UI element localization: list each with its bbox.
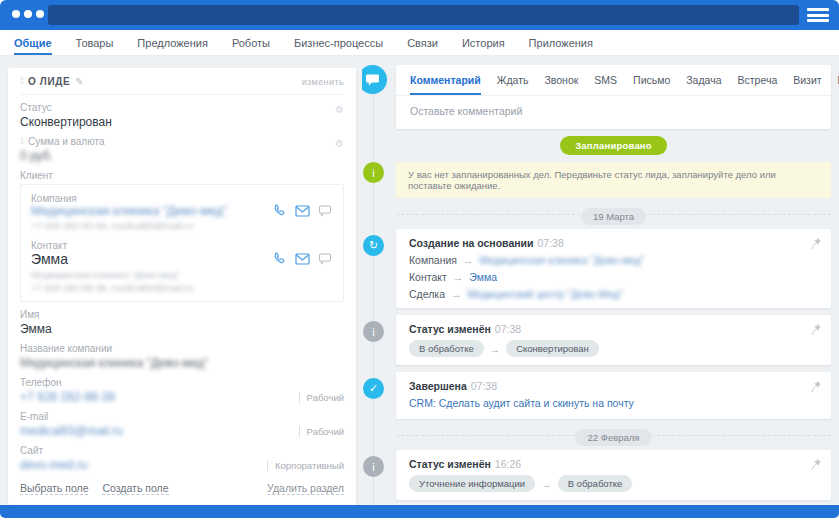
phone-value[interactable]: +7 928 282-88-38	[20, 390, 115, 404]
gear-icon[interactable]: ⚙	[335, 104, 344, 115]
contact-label: Контакт	[31, 240, 333, 251]
status-badge: В обработке	[409, 340, 484, 357]
delete-section-link[interactable]: Удалить раздел	[267, 482, 344, 495]
task-link[interactable]: CRM: Сделать аудит сайта и скинуть на по…	[409, 397, 634, 409]
arrow-icon: →	[463, 254, 474, 266]
tab-robots[interactable]: Роботы	[232, 30, 270, 55]
title-bar	[0, 0, 839, 30]
site-value[interactable]: devo-med.ru	[20, 458, 87, 472]
info-icon: i	[363, 456, 384, 477]
tab-business-processes[interactable]: Бизнес-процессы	[294, 30, 383, 55]
timeline-panel: Комментарий Ждать Звонок SMS Письмо Зада…	[362, 56, 839, 505]
company-contacts: +7 928 282-00-00, medical93@mail.ru	[31, 220, 333, 231]
lead-details-panel: ⁞⁞ О ЛИДЕ ✎ изменить Статус Сконвертиров…	[0, 56, 362, 505]
pin-icon[interactable]	[811, 237, 822, 250]
tab-history[interactable]: История	[462, 30, 505, 55]
status-badge: Уточнение информации	[409, 475, 535, 492]
select-field-link[interactable]: Выбрать поле	[20, 482, 88, 495]
email-type: Рабочий	[299, 426, 344, 437]
comment-input[interactable]	[396, 96, 831, 129]
email-icon[interactable]	[295, 205, 310, 217]
phone-icon[interactable]	[272, 252, 286, 266]
timeline-entry-creation: ↻ Создание на основании07:38 Компания→Ме…	[396, 229, 831, 308]
edit-pencil-icon[interactable]: ✎	[75, 76, 83, 87]
company-label: Компания	[31, 193, 333, 204]
entry-time: 07:38	[495, 323, 521, 335]
status-field: Статус Сконвертирован ⚙	[20, 102, 344, 129]
tab-comment[interactable]: Комментарий	[410, 74, 481, 95]
tab-visit[interactable]: Визит	[793, 74, 821, 95]
address-bar[interactable]	[48, 5, 799, 25]
tab-email[interactable]: Письмо	[633, 74, 670, 95]
timeline-entry-task-completed: ✓ Завершена07:38 CRM: Сделать аудит сайт…	[396, 372, 831, 419]
date-separator: 22 Февраля	[575, 429, 651, 446]
phone-type: Рабочий	[299, 392, 344, 403]
tab-sms[interactable]: SMS	[594, 74, 617, 95]
contact-company: Медицинская клиника "Дево-мед"	[31, 269, 333, 280]
status-badge: В обработке	[558, 475, 633, 492]
contact-contacts: +7 928 282-88-38, medical93@mail.ru	[31, 282, 333, 293]
notice-text: У вас нет запланированных дел. Передвинь…	[408, 169, 776, 191]
activity-composer: Комментарий Ждать Звонок SMS Письмо Зада…	[396, 65, 831, 129]
name-value[interactable]: Эмма	[20, 322, 344, 336]
info-icon: i	[363, 162, 384, 183]
menu-icon[interactable]	[807, 8, 829, 22]
deal-link[interactable]: Медицинский центр "Дево-Мед"	[468, 288, 624, 300]
tab-meeting[interactable]: Встреча	[738, 74, 778, 95]
entry-time: 07:38	[471, 380, 497, 392]
drag-handle-icon[interactable]: ⁞⁞	[20, 137, 23, 146]
tab-call[interactable]: Звонок	[544, 74, 578, 95]
app-window: Общие Товары Предложения Роботы Бизнес-п…	[0, 0, 839, 520]
create-field-link[interactable]: Создать поле	[102, 482, 168, 495]
chat-icon[interactable]	[319, 253, 333, 266]
tab-relations[interactable]: Связи	[407, 30, 438, 55]
arrow-icon: →	[453, 271, 464, 283]
planned-button[interactable]: Запланировано	[560, 136, 667, 155]
name-label: Имя	[20, 309, 344, 320]
tab-task[interactable]: Задача	[686, 74, 721, 95]
company-field-value[interactable]: Медицинская клиника "Дево-мед"	[20, 356, 344, 370]
no-activities-notice: i У вас нет запланированных дел. Передви…	[396, 162, 831, 198]
company-link[interactable]: Медицинская клиника "Дево-мед"	[480, 254, 645, 266]
tab-wait[interactable]: Ждать	[497, 74, 529, 95]
company-field-label: Название компании	[20, 343, 344, 354]
row-label: Компания	[409, 254, 457, 266]
arrow-icon: →	[451, 288, 462, 300]
date-separator: 19 Марта	[581, 208, 646, 225]
email-value[interactable]: medical93@mail.ru	[20, 424, 123, 438]
tab-products[interactable]: Товары	[76, 30, 114, 55]
tab-quotes[interactable]: Предложения	[137, 30, 208, 55]
contact-link[interactable]: Эмма	[469, 271, 497, 283]
tab-apps[interactable]: Приложения	[529, 30, 593, 55]
site-field-label: Сайт	[20, 445, 344, 456]
entry-title: Статус изменён	[409, 458, 491, 470]
email-icon[interactable]	[295, 253, 310, 265]
lead-edit-link[interactable]: изменить	[302, 77, 344, 87]
arrow-icon: →	[490, 343, 501, 355]
email-field-label: E-mail	[20, 411, 344, 422]
company-link[interactable]: Медицинская клиника "Дево-мед"	[31, 204, 227, 218]
drag-handle-icon[interactable]: ⁞⁞	[20, 77, 23, 86]
entry-title: Завершена	[409, 380, 467, 392]
entry-title: Создание на основании	[409, 237, 534, 249]
pin-icon[interactable]	[811, 380, 822, 393]
pin-icon[interactable]	[811, 458, 822, 471]
timeline-entry-status: i Статус изменён07:38 В обработке→Сконве…	[396, 315, 831, 365]
comment-bubble-icon	[362, 65, 387, 94]
sum-field: ⁞⁞Сумма и валюта 0 руб. ⚙	[20, 136, 344, 163]
pin-icon[interactable]	[811, 323, 822, 336]
about-lead-card: ⁞⁞ О ЛИДЕ ✎ изменить Статус Сконвертиров…	[8, 68, 356, 505]
sum-label: Сумма и валюта	[28, 136, 104, 147]
tab-general[interactable]: Общие	[14, 30, 52, 55]
task-check-icon: ✓	[363, 378, 384, 399]
sum-value[interactable]: 0 руб.	[20, 149, 344, 163]
phone-field-label: Телефон	[20, 377, 344, 388]
phone-icon[interactable]	[272, 204, 286, 218]
row-label: Сделка	[409, 288, 445, 300]
status-value[interactable]: Сконвертирован	[20, 115, 344, 129]
arrow-icon: →	[541, 478, 552, 490]
entry-time: 16:26	[495, 458, 521, 470]
gear-icon[interactable]: ⚙	[335, 138, 344, 149]
contact-name[interactable]: Эмма	[31, 251, 68, 267]
chat-icon[interactable]	[319, 205, 333, 218]
